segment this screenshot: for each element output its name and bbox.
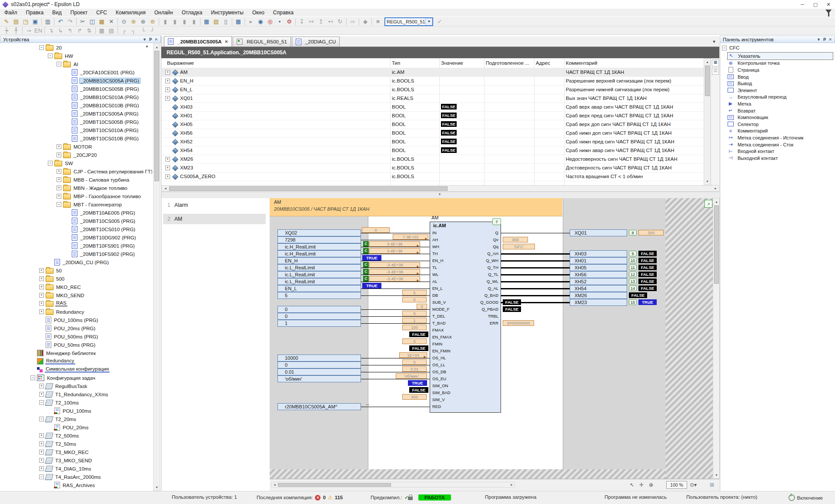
tree-expander-icon[interactable]: + bbox=[39, 293, 44, 298]
undo-icon[interactable]: ↶ bbox=[56, 18, 65, 26]
new-doc-icon[interactable]: ▯ bbox=[221, 18, 230, 26]
menu-item-Компиляция[interactable]: Компиляция bbox=[111, 9, 150, 17]
tree-expander-icon[interactable]: − bbox=[48, 161, 53, 166]
toolbox-pin-icon[interactable]: 𝗣 bbox=[823, 37, 826, 42]
menu-item-Онлайн[interactable]: Онлайн bbox=[150, 9, 177, 17]
tree-item--[interactable]: Символьная конфигурация bbox=[0, 365, 152, 374]
cfc-horizontal-scrollbar[interactable]: ◄ ► bbox=[271, 482, 515, 487]
sort-mode-icon[interactable]: ◫ bbox=[712, 68, 719, 75]
toolbox-item-connection-sink[interactable]: ⇥Метка соединения - Сток bbox=[727, 141, 833, 148]
replace-next-icon[interactable]: ⊜ bbox=[148, 18, 157, 26]
tree-item-SW[interactable]: −SW bbox=[0, 159, 152, 167]
cfc-input-box-0[interactable]: 0 bbox=[277, 361, 361, 368]
cfc-input-box--[interactable]: 'об/мин' bbox=[277, 375, 361, 382]
tree-expander-icon[interactable]: − bbox=[39, 45, 44, 50]
tree-expander-icon[interactable]: + bbox=[39, 301, 44, 306]
cfc-input-box-7298[interactable]: 7298 bbox=[277, 236, 361, 243]
tree-item-MBT-[interactable]: −MBT - Газогенератор bbox=[0, 200, 152, 209]
tree-item-_20MBT10AE005-PRG-[interactable]: _20MBT10AE005 (PRG) bbox=[0, 209, 152, 217]
devices-pin-icon[interactable]: 𝗣 bbox=[149, 37, 152, 42]
tree-item-T2_100ms[interactable]: −T2_100ms bbox=[0, 398, 152, 407]
edit-wand-icon[interactable]: ✎ bbox=[2, 18, 11, 26]
tree-expander-icon[interactable]: + bbox=[57, 144, 61, 149]
replace-icon[interactable]: ⊛ bbox=[139, 18, 147, 26]
tree-item-_20MBT10DG902-PRG-[interactable]: _20MBT10DG902 (PRG) bbox=[0, 233, 152, 242]
cfc-input-box-ic-H_RealLimit[interactable]: ic.H_RealLimit bbox=[277, 243, 361, 250]
cfc-input-box-ic-L_RealLimit[interactable]: ic.L_RealLimit bbox=[277, 271, 361, 278]
tree-item-RegulBusTask[interactable]: +RegulBusTask bbox=[0, 382, 152, 390]
cfc-output-box-XH01[interactable]: XH01 bbox=[570, 257, 627, 264]
tree-expander-icon[interactable]: + bbox=[39, 309, 44, 314]
tab-_20DIAG_CU[interactable]: _20DIAG_CU bbox=[292, 36, 340, 46]
cut-icon[interactable]: ✂ bbox=[78, 18, 87, 26]
copy-icon[interactable]: ◫ bbox=[88, 18, 97, 26]
tree-item-_20MBB10CS005A-PRG-[interactable]: _20MBB10CS005A (PRG) bbox=[0, 76, 152, 85]
find-icon[interactable]: ⊙ bbox=[120, 18, 128, 26]
tree-item-POU_100ms[interactable]: POU_100ms bbox=[0, 407, 152, 415]
breakpoints-icon[interactable]: ◆ bbox=[361, 18, 370, 26]
cfc-input-box-5[interactable]: 5 bbox=[277, 292, 361, 299]
bookmark-prev-icon[interactable]: ▮ bbox=[180, 18, 189, 26]
tree-item-Redundancy[interactable]: Redundancy bbox=[0, 357, 152, 365]
tree-expander-icon[interactable]: + bbox=[39, 268, 44, 273]
stop-icon[interactable]: ▪ bbox=[275, 18, 284, 26]
column-header-0[interactable]: Выражение bbox=[167, 58, 194, 68]
page-navigate-icon[interactable]: ⇗ bbox=[705, 200, 712, 208]
tree-item-RAS_Archives[interactable]: RAS_Archives bbox=[0, 481, 152, 489]
tree-item-_20DIAG_CU-PRG-[interactable]: _20DIAG_CU (PRG) bbox=[0, 258, 152, 266]
row-expander-icon[interactable]: + bbox=[165, 157, 170, 162]
cfc-output-box-XM23[interactable]: XM23 bbox=[570, 299, 627, 306]
cfc-order-first-icon[interactable]: ┌ bbox=[120, 27, 128, 34]
cfc-order-down-icon[interactable]: └ bbox=[139, 27, 147, 34]
tree-scrollbar[interactable]: ▲ ▼ bbox=[153, 43, 160, 491]
tree-item-T2_500ms[interactable]: +T2_500ms bbox=[0, 431, 152, 440]
tree-item-POU_20ms[interactable]: POU_20ms bbox=[0, 423, 152, 431]
tree-item-_20MBB10CS010A-PRG-[interactable]: _20MBB10CS010A (PRG) bbox=[0, 93, 152, 101]
tree-item-_20MBB10CS005B-PRG-[interactable]: _20MBB10CS005B (PRG) bbox=[0, 85, 152, 93]
tree-expander-icon[interactable]: − bbox=[57, 202, 61, 207]
tree-expander-icon[interactable]: + bbox=[39, 285, 44, 289]
cfc-output-box-XH54[interactable]: XH54 bbox=[570, 285, 627, 292]
redo-icon[interactable]: ↷ bbox=[66, 18, 74, 26]
step-out-icon[interactable]: ↥ bbox=[317, 18, 325, 26]
menu-item-Инструменты[interactable]: Инструменты bbox=[207, 9, 248, 17]
tree-item-POU_100ms-PRG-[interactable]: POU_100ms (PRG) bbox=[0, 316, 152, 324]
tree-item-MOTOR[interactable]: +MOTOR bbox=[0, 143, 152, 151]
tree-expander-icon[interactable]: + bbox=[57, 194, 61, 199]
cfc-input-box-0-01[interactable]: 0.01 bbox=[277, 368, 361, 375]
step-back-icon[interactable]: ↤ bbox=[326, 18, 335, 26]
tree-item-_20CJP20[interactable]: +_20CJP20 bbox=[0, 151, 152, 159]
tree-expander-icon[interactable]: + bbox=[57, 186, 61, 190]
tree-expander-icon[interactable]: + bbox=[39, 450, 44, 454]
cfc-output-box-XQ01[interactable]: XQ01 bbox=[570, 229, 627, 236]
toolbox-item-control-point[interactable]: ⊕Контрольная точка bbox=[727, 60, 833, 67]
toolbox-item-element[interactable]: Элемент bbox=[727, 87, 833, 94]
tree-item-MBN-[interactable]: +MBN - Жидкое топливо bbox=[0, 184, 152, 192]
login-icon[interactable]: ◉ bbox=[256, 18, 265, 26]
toolbox-item-label[interactable]: ▶Метка bbox=[727, 100, 833, 107]
table-row-XH03[interactable]: XH03BOOLFALSEСраб верх авар сигн ЧАСТ ВР… bbox=[162, 103, 704, 112]
row-expander-icon[interactable]: + bbox=[165, 166, 170, 170]
maximize-button[interactable]: ▢ bbox=[809, 0, 822, 9]
toolbox-item-selector[interactable]: Селектор bbox=[727, 121, 833, 128]
cfc-swap-icon[interactable]: ⇅ bbox=[85, 27, 94, 34]
tree-expander-icon[interactable]: − bbox=[30, 375, 35, 380]
table-row-EN_L[interactable]: +EN_Lic.BOOLSРазрешение нижней сигнизаци… bbox=[162, 85, 704, 94]
cfc-input-box-ic-L_RealLimit[interactable]: ic.L_RealLimit bbox=[277, 264, 361, 271]
tree-item-T4_DIAG_10ms[interactable]: +T4_DIAG_10ms bbox=[0, 464, 152, 473]
combobox-dropdown-icon[interactable]: ▼ bbox=[425, 18, 432, 25]
toolbox-item-output-contact[interactable]: ⊣Выходной контакт bbox=[727, 155, 833, 162]
tree-item-_20MBT10CS005-PRG-[interactable]: _20MBT10CS005 (PRG) bbox=[0, 217, 152, 225]
tree-item-_20MBT10CS005A-PRG-[interactable]: _20MBT10CS005A (PRG) bbox=[0, 109, 152, 118]
cfc-order-up-icon[interactable]: ┐ bbox=[129, 27, 138, 34]
row-expander-icon[interactable]: + bbox=[165, 79, 170, 83]
tree-item-500[interactable]: +500 bbox=[0, 275, 152, 283]
toolbox-item-input[interactable]: Ввод bbox=[727, 73, 833, 80]
tree-item-T3_MKO_REC[interactable]: +T3_MKO_REC bbox=[0, 448, 152, 456]
cfc-none-pin-icon[interactable]: ↰ bbox=[66, 27, 74, 34]
flow-control-icon[interactable]: ⇨ bbox=[348, 18, 357, 26]
table-vertical-scrollbar[interactable]: ▲ ▼ bbox=[704, 58, 711, 185]
devices-close-icon[interactable]: ✕ bbox=[154, 37, 158, 42]
delete-icon[interactable]: ✕ bbox=[107, 18, 116, 26]
menu-item-Окно[interactable]: Окно bbox=[248, 9, 269, 17]
